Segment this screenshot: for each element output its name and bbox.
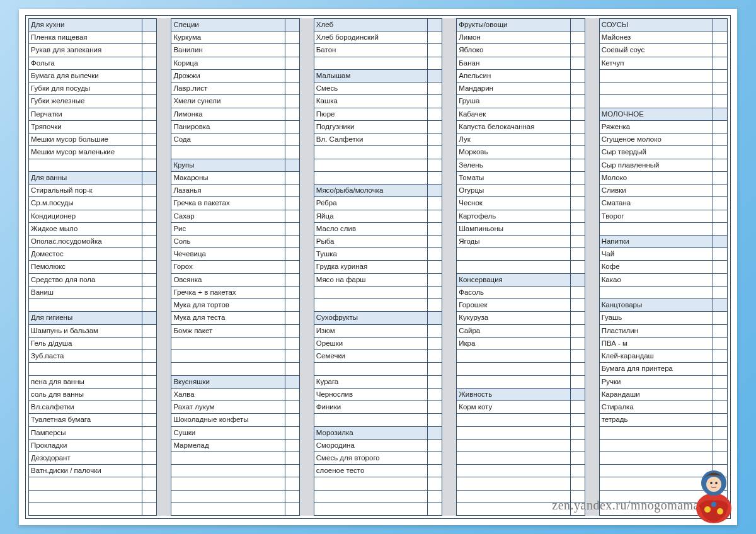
checkbox-cell[interactable] bbox=[571, 287, 585, 298]
checkbox-cell[interactable] bbox=[285, 287, 300, 298]
checkbox-cell[interactable] bbox=[285, 159, 300, 171]
checkbox-cell[interactable] bbox=[142, 363, 157, 375]
checkbox-cell[interactable] bbox=[285, 82, 300, 94]
checkbox-cell[interactable] bbox=[571, 376, 585, 388]
checkbox-cell[interactable] bbox=[142, 172, 157, 184]
checkbox-cell[interactable] bbox=[142, 452, 157, 464]
checkbox-cell[interactable] bbox=[713, 401, 728, 413]
checkbox-cell[interactable] bbox=[285, 261, 300, 273]
checkbox-cell[interactable] bbox=[142, 338, 157, 349]
checkbox-cell[interactable] bbox=[142, 274, 157, 286]
checkbox-cell[interactable] bbox=[285, 363, 300, 375]
checkbox-cell[interactable] bbox=[571, 185, 585, 196]
checkbox-cell[interactable] bbox=[713, 159, 728, 171]
checkbox-cell[interactable] bbox=[285, 414, 300, 426]
checkbox-cell[interactable] bbox=[571, 338, 585, 349]
checkbox-cell[interactable] bbox=[285, 108, 300, 120]
checkbox-cell[interactable] bbox=[713, 236, 728, 247]
checkbox-cell[interactable] bbox=[285, 248, 300, 260]
checkbox-cell[interactable] bbox=[428, 389, 442, 401]
checkbox-cell[interactable] bbox=[142, 108, 157, 120]
checkbox-cell[interactable] bbox=[428, 19, 442, 31]
checkbox-cell[interactable] bbox=[142, 159, 157, 171]
checkbox-cell[interactable] bbox=[142, 82, 157, 94]
checkbox-cell[interactable] bbox=[142, 210, 157, 222]
checkbox-cell[interactable] bbox=[713, 197, 728, 209]
checkbox-cell[interactable] bbox=[428, 477, 442, 489]
checkbox-cell[interactable] bbox=[713, 325, 728, 337]
checkbox-cell[interactable] bbox=[142, 261, 157, 273]
checkbox-cell[interactable] bbox=[142, 427, 157, 439]
checkbox-cell[interactable] bbox=[713, 121, 728, 133]
checkbox-cell[interactable] bbox=[428, 146, 442, 158]
checkbox-cell[interactable] bbox=[428, 414, 442, 426]
checkbox-cell[interactable] bbox=[713, 223, 728, 235]
checkbox-cell[interactable] bbox=[571, 108, 585, 120]
checkbox-cell[interactable] bbox=[713, 299, 728, 311]
checkbox-cell[interactable] bbox=[142, 70, 157, 82]
checkbox-cell[interactable] bbox=[571, 134, 585, 145]
checkbox-cell[interactable] bbox=[142, 248, 157, 260]
checkbox-cell[interactable] bbox=[428, 491, 442, 503]
checkbox-cell[interactable] bbox=[285, 70, 300, 82]
checkbox-cell[interactable] bbox=[142, 223, 157, 235]
checkbox-cell[interactable] bbox=[428, 427, 442, 439]
checkbox-cell[interactable] bbox=[142, 197, 157, 209]
checkbox-cell[interactable] bbox=[285, 299, 300, 311]
checkbox-cell[interactable] bbox=[142, 185, 157, 196]
checkbox-cell[interactable] bbox=[571, 44, 585, 56]
checkbox-cell[interactable] bbox=[713, 31, 728, 43]
checkbox-cell[interactable] bbox=[571, 389, 585, 401]
checkbox-cell[interactable] bbox=[142, 440, 157, 452]
checkbox-cell[interactable] bbox=[285, 236, 300, 247]
checkbox-cell[interactable] bbox=[428, 236, 442, 247]
checkbox-cell[interactable] bbox=[713, 452, 728, 464]
checkbox-cell[interactable] bbox=[571, 159, 585, 171]
checkbox-cell[interactable] bbox=[571, 452, 585, 464]
checkbox-cell[interactable] bbox=[142, 44, 157, 56]
checkbox-cell[interactable] bbox=[428, 350, 442, 362]
checkbox-cell[interactable] bbox=[713, 44, 728, 56]
checkbox-cell[interactable] bbox=[428, 325, 442, 337]
checkbox-cell[interactable] bbox=[285, 477, 300, 489]
checkbox-cell[interactable] bbox=[285, 95, 300, 107]
checkbox-cell[interactable] bbox=[428, 172, 442, 184]
checkbox-cell[interactable] bbox=[571, 401, 585, 413]
checkbox-cell[interactable] bbox=[285, 325, 300, 337]
checkbox-cell[interactable] bbox=[285, 427, 300, 439]
checkbox-cell[interactable] bbox=[713, 82, 728, 94]
checkbox-cell[interactable] bbox=[428, 299, 442, 311]
checkbox-cell[interactable] bbox=[713, 414, 728, 426]
checkbox-cell[interactable] bbox=[713, 350, 728, 362]
checkbox-cell[interactable] bbox=[285, 134, 300, 145]
checkbox-cell[interactable] bbox=[713, 287, 728, 298]
checkbox-cell[interactable] bbox=[713, 95, 728, 107]
checkbox-cell[interactable] bbox=[428, 185, 442, 196]
checkbox-cell[interactable] bbox=[713, 248, 728, 260]
checkbox-cell[interactable] bbox=[571, 363, 585, 375]
checkbox-cell[interactable] bbox=[285, 440, 300, 452]
checkbox-cell[interactable] bbox=[713, 108, 728, 120]
checkbox-cell[interactable] bbox=[713, 389, 728, 401]
checkbox-cell[interactable] bbox=[285, 121, 300, 133]
checkbox-cell[interactable] bbox=[571, 197, 585, 209]
checkbox-cell[interactable] bbox=[571, 31, 585, 43]
checkbox-cell[interactable] bbox=[428, 401, 442, 413]
checkbox-cell[interactable] bbox=[428, 70, 442, 82]
checkbox-cell[interactable] bbox=[713, 70, 728, 82]
checkbox-cell[interactable] bbox=[428, 31, 442, 43]
checkbox-cell[interactable] bbox=[428, 274, 442, 286]
checkbox-cell[interactable] bbox=[428, 503, 442, 515]
checkbox-cell[interactable] bbox=[428, 465, 442, 477]
checkbox-cell[interactable] bbox=[428, 121, 442, 133]
checkbox-cell[interactable] bbox=[428, 248, 442, 260]
checkbox-cell[interactable] bbox=[571, 223, 585, 235]
checkbox-cell[interactable] bbox=[142, 491, 157, 503]
checkbox-cell[interactable] bbox=[571, 172, 585, 184]
checkbox-cell[interactable] bbox=[713, 274, 728, 286]
checkbox-cell[interactable] bbox=[285, 389, 300, 401]
checkbox-cell[interactable] bbox=[285, 172, 300, 184]
checkbox-cell[interactable] bbox=[713, 134, 728, 145]
checkbox-cell[interactable] bbox=[285, 491, 300, 503]
checkbox-cell[interactable] bbox=[285, 31, 300, 43]
